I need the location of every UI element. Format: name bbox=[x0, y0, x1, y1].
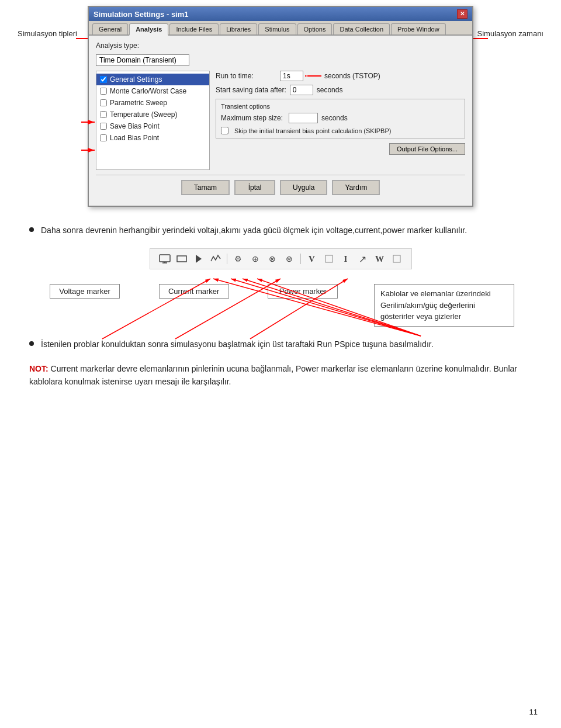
W-box-icon[interactable] bbox=[389, 252, 404, 265]
analysis-type-label: Analysis type: bbox=[96, 41, 139, 50]
tab-stimulus[interactable]: Stimulus bbox=[258, 23, 296, 34]
bullet-section-2: İstenilen problar konulduktan sonra simu… bbox=[29, 338, 532, 351]
kablolar-label: Kablolar ve elemanlar üzerindeki Gerilim… bbox=[374, 284, 514, 327]
simulation-settings-dialog: Simulation Settings - sim1 ✕ General Ana… bbox=[88, 6, 473, 207]
dialog-titlebar: Simulation Settings - sim1 ✕ bbox=[89, 7, 472, 21]
option-general-settings[interactable]: General Settings bbox=[96, 74, 209, 85]
V-icon[interactable]: V bbox=[304, 252, 320, 265]
simulasyon-zamani-label: Simulasyon zamanı bbox=[477, 29, 543, 38]
run-time-arrow-svg bbox=[305, 71, 323, 81]
tab-general[interactable]: General bbox=[92, 23, 128, 34]
iptal-button[interactable]: İptal bbox=[234, 180, 275, 195]
not-text: Current markerlar devre elemanlarının pi… bbox=[29, 364, 517, 386]
checkbox-general-settings[interactable] bbox=[100, 76, 107, 83]
options-list: General Settings Monte Carlo/Worst Case … bbox=[96, 71, 210, 170]
transient-options-box: Transient options Maximum step size: sec… bbox=[216, 99, 465, 138]
option-label-save-bias-point: Save Bias Point bbox=[110, 122, 160, 130]
bullet-section-1: Daha sonra devrenin herhangibir yerindek… bbox=[29, 224, 532, 237]
monitor-icon[interactable] bbox=[157, 252, 172, 265]
option-parametric-sweep[interactable]: Parametric Sweep bbox=[96, 97, 209, 109]
waveform-icon[interactable] bbox=[208, 252, 223, 265]
option-monte-carlo[interactable]: Monte Carlo/Worst Case bbox=[96, 85, 209, 97]
transient-options-label: Transient options bbox=[221, 103, 460, 110]
dialog-footer: Tamam İptal Uygula Yardım bbox=[96, 175, 465, 201]
power-marker-label-box: Power marker bbox=[265, 284, 341, 299]
max-step-label: Maximum step size: bbox=[221, 114, 285, 122]
arrow-up-right-icon[interactable]: ↗ bbox=[355, 252, 370, 265]
tamam-button[interactable]: Tamam bbox=[181, 180, 230, 195]
analysis-type-row: Analysis type: bbox=[96, 41, 465, 50]
probe-marker3-icon[interactable]: ⊗ bbox=[265, 252, 280, 265]
option-label-monte-carlo: Monte Carlo/Worst Case bbox=[110, 87, 186, 95]
run-to-time-input[interactable]: 1s bbox=[280, 71, 303, 81]
svg-rect-11 bbox=[393, 255, 400, 262]
tab-probe-window[interactable]: Probe Window bbox=[391, 23, 446, 34]
option-load-bias-point[interactable]: Load Bias Point bbox=[96, 132, 209, 144]
output-file-options-button[interactable]: Output File Options... bbox=[389, 143, 465, 155]
start-saving-input[interactable]: 0 bbox=[290, 85, 313, 95]
I-icon[interactable]: I bbox=[338, 252, 354, 265]
toolbar-strip: ⚙ ⊕ ⊗ ⊛ V I ↗ W bbox=[150, 248, 412, 269]
tab-include-files[interactable]: Include Files bbox=[169, 23, 219, 34]
option-save-bias-point[interactable]: Save Bias Point bbox=[96, 120, 209, 132]
yardim-button[interactable]: Yardım bbox=[332, 180, 380, 195]
bullet-dot-2 bbox=[29, 341, 34, 346]
svg-marker-9 bbox=[196, 255, 202, 263]
checkbox-parametric-sweep[interactable] bbox=[100, 99, 107, 106]
probe-marker2-icon[interactable]: ⊕ bbox=[248, 252, 263, 265]
voltage-marker-label: Voltage marker bbox=[50, 284, 120, 299]
probe-marker4-icon[interactable]: ⊛ bbox=[282, 252, 297, 265]
right-panel: Run to time: 1s bbox=[216, 71, 465, 170]
start-saving-unit: seconds bbox=[317, 86, 343, 94]
close-button[interactable]: ✕ bbox=[457, 9, 468, 19]
max-step-row: Maximum step size: seconds bbox=[221, 113, 460, 123]
option-label-parametric-sweep: Parametric Sweep bbox=[110, 99, 167, 107]
skip-checkbox[interactable] bbox=[221, 127, 228, 134]
svg-rect-10 bbox=[325, 255, 333, 262]
power-marker-label: Power marker bbox=[268, 284, 338, 299]
bullet-text-2: İstenilen problar konulduktan sonra simu… bbox=[41, 338, 434, 351]
bullet-text-1: Daha sonra devrenin herhangibir yerindek… bbox=[41, 224, 467, 237]
tab-options[interactable]: Options bbox=[297, 23, 333, 34]
main-content: Daha sonra devrenin herhangibir yerindek… bbox=[0, 213, 561, 400]
checkbox-temperature-sweep[interactable] bbox=[100, 111, 107, 118]
tab-analysis[interactable]: Analysis bbox=[129, 23, 168, 36]
option-label-temperature-sweep: Temperature (Sweep) bbox=[110, 110, 177, 119]
start-saving-label: Start saving data after: bbox=[216, 86, 286, 94]
toolbar-separator-2 bbox=[300, 254, 301, 264]
dialog-tabs: General Analysis Include Files Libraries… bbox=[89, 21, 472, 36]
dialog-wrapper: Simulasyon tipleri Simulasyon zamanı Sim… bbox=[18, 0, 543, 213]
skip-row: Skip the initial transient bias point ca… bbox=[221, 127, 460, 134]
kablolar-label-box: Kablolar ve elemanlar üzerindeki Gerilim… bbox=[374, 284, 514, 327]
play-icon[interactable] bbox=[191, 252, 206, 265]
V-box-icon[interactable] bbox=[321, 252, 337, 265]
run-to-time-label: Run to time: bbox=[216, 72, 280, 80]
svg-rect-8 bbox=[177, 256, 186, 262]
marker-labels-row: Voltage marker Current marker Power mark… bbox=[29, 284, 532, 327]
rectangle-icon[interactable] bbox=[174, 252, 189, 265]
checkbox-monte-carlo[interactable] bbox=[100, 88, 107, 95]
tab-libraries[interactable]: Libraries bbox=[220, 23, 257, 34]
checkbox-save-bias-point[interactable] bbox=[100, 123, 107, 130]
checkbox-load-bias-point[interactable] bbox=[100, 134, 107, 141]
dialog-content: General Settings Monte Carlo/Worst Case … bbox=[96, 71, 465, 170]
run-to-time-row: Run to time: 1s bbox=[216, 71, 465, 81]
analysis-type-dropdown[interactable]: Time Domain (Transient) AC Sweep/Noise D… bbox=[96, 54, 189, 66]
dialog-title: Simulation Settings - sim1 bbox=[94, 10, 189, 19]
bullet-dot-1 bbox=[29, 227, 34, 232]
run-to-time-unit: seconds (TSTOP) bbox=[324, 72, 380, 80]
option-temperature-sweep[interactable]: Temperature (Sweep) bbox=[96, 109, 209, 120]
probe-marker1-icon[interactable]: ⚙ bbox=[231, 252, 246, 265]
W-icon[interactable]: W bbox=[372, 252, 387, 265]
bullet-item-1: Daha sonra devrenin herhangibir yerindek… bbox=[29, 224, 532, 237]
skip-label: Skip the initial transient bias point ca… bbox=[234, 127, 391, 134]
tab-data-collection[interactable]: Data Collection bbox=[333, 23, 390, 34]
uygula-button[interactable]: Uygula bbox=[280, 180, 327, 195]
toolbar-separator-1 bbox=[227, 254, 227, 264]
max-step-unit: seconds bbox=[321, 114, 348, 122]
start-saving-row: Start saving data after: 0 seconds bbox=[216, 85, 465, 95]
bullet-item-2: İstenilen problar konulduktan sonra simu… bbox=[29, 338, 532, 351]
voltage-marker-label-box: Voltage marker bbox=[47, 284, 123, 299]
current-marker-label: Current marker bbox=[159, 284, 229, 299]
max-step-input[interactable] bbox=[289, 113, 318, 123]
